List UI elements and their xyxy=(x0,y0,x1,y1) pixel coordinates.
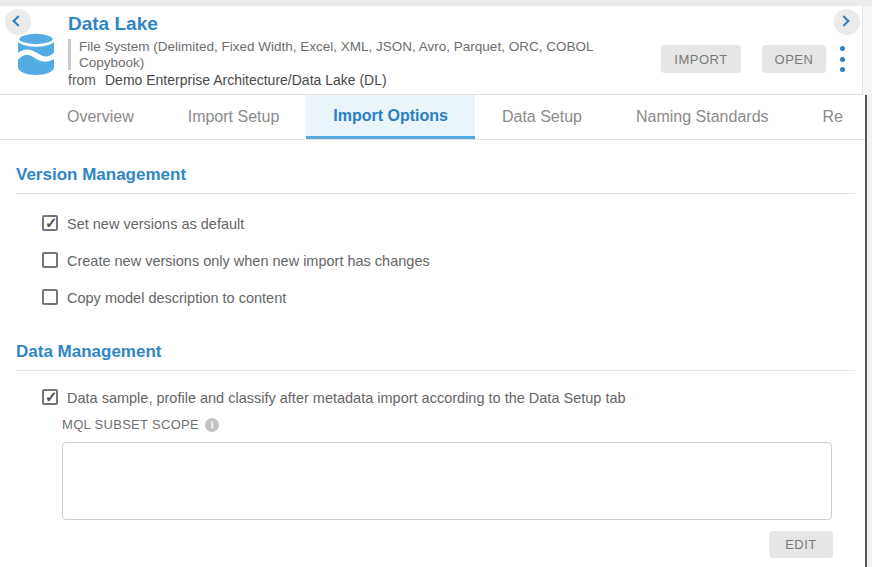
page-right-strip xyxy=(867,95,872,567)
chevron-left-icon xyxy=(12,15,23,26)
tab-naming-standards[interactable]: Naming Standards xyxy=(609,95,796,139)
tabs-scroll-right-button[interactable] xyxy=(834,9,860,35)
tab-data-setup[interactable]: Data Setup xyxy=(475,95,609,139)
checkbox-copy-model-description[interactable] xyxy=(42,289,58,305)
checkbox-label[interactable]: Set new versions as default xyxy=(67,215,244,233)
from-label: from xyxy=(68,72,96,88)
checkbox-row-data-sample: Data sample, profile and classify after … xyxy=(42,389,626,407)
tab-strip: Overview Import Setup Import Options Dat… xyxy=(40,95,866,139)
tab-overview[interactable]: Overview xyxy=(40,95,161,139)
tab-clipped[interactable]: Re xyxy=(796,95,866,139)
tabs-scroll-left-button[interactable] xyxy=(5,9,31,35)
page-title: Data Lake xyxy=(68,13,158,35)
asset-type-subtitle: File System (Delimited, Fixed Width, Exc… xyxy=(68,39,646,70)
section-heading-version-management: Version Management xyxy=(16,165,186,185)
checkbox-set-new-versions[interactable] xyxy=(42,215,58,231)
mql-subset-scope-label-row: MQL SUBSET SCOPE i xyxy=(62,417,219,432)
mql-subset-scope-input[interactable] xyxy=(62,442,832,520)
more-menu-icon[interactable] xyxy=(838,46,846,72)
edit-button[interactable]: EDIT xyxy=(769,531,833,558)
checkbox-label[interactable]: Data sample, profile and classify after … xyxy=(67,389,626,407)
header-right-strip xyxy=(862,6,872,95)
checkbox-label[interactable]: Create new versions only when new import… xyxy=(67,252,430,270)
tab-import-options[interactable]: Import Options xyxy=(306,95,475,139)
info-icon[interactable]: i xyxy=(205,418,219,432)
import-button[interactable]: IMPORT xyxy=(661,45,741,73)
asset-source-path: fromDemo Enterprise Architecture/Data La… xyxy=(68,72,387,88)
tab-import-setup[interactable]: Import Setup xyxy=(161,95,307,139)
checkbox-row-create-new-versions: Create new versions only when new import… xyxy=(42,252,430,270)
open-button[interactable]: OPEN xyxy=(762,45,826,73)
section-divider xyxy=(16,370,855,371)
asset-header: Data Lake File System (Delimited, Fixed … xyxy=(0,6,862,95)
checkbox-create-new-versions[interactable] xyxy=(42,252,58,268)
section-heading-data-management: Data Management xyxy=(16,342,161,362)
from-value: Demo Enterprise Architecture/Data Lake (… xyxy=(105,72,387,88)
chevron-right-icon xyxy=(838,15,849,26)
checkbox-label[interactable]: Copy model description to content xyxy=(67,289,286,307)
tab-bar: Overview Import Setup Import Options Dat… xyxy=(0,95,866,140)
checkbox-row-copy-model-description: Copy model description to content xyxy=(42,289,286,307)
section-divider xyxy=(16,193,855,194)
checkbox-data-sample[interactable] xyxy=(42,389,58,405)
mql-subset-scope-label: MQL SUBSET SCOPE xyxy=(62,417,199,432)
checkbox-row-set-new-versions: Set new versions as default xyxy=(42,215,244,233)
data-lake-icon xyxy=(14,30,58,76)
